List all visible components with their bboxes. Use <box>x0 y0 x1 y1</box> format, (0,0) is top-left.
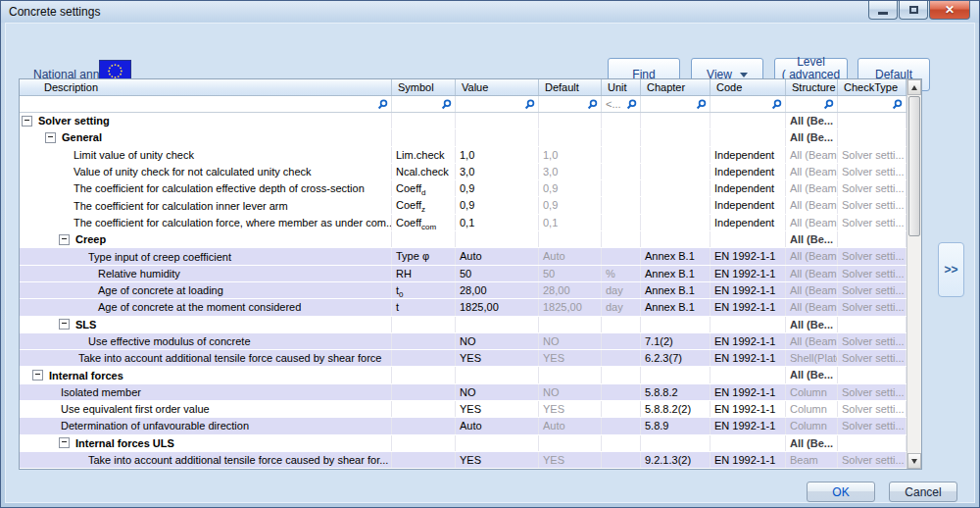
column-header-value[interactable]: Value <box>456 79 539 95</box>
value-cell[interactable] <box>456 231 539 247</box>
setting-row[interactable]: Age of concrete at loadingt028,0028,00da… <box>20 282 906 299</box>
value-cell[interactable] <box>456 113 539 128</box>
setting-row[interactable]: Relative humidityRH5050%Annex B.1EN 1992… <box>20 266 906 282</box>
value-cell[interactable]: 0,1 <box>456 215 539 230</box>
description-cell[interactable]: Creep <box>20 231 392 247</box>
value-cell[interactable]: 0,9 <box>456 197 539 213</box>
description-cell[interactable]: Value of unity check for not calculated … <box>20 164 392 179</box>
filter-checktype[interactable] <box>838 96 906 112</box>
scrollbar-down-button[interactable] <box>907 453 921 469</box>
expand-panel-button[interactable]: >> <box>938 242 964 297</box>
value-cell[interactable] <box>456 129 539 145</box>
group-row[interactable]: Solver settingAll (Be... <box>20 113 906 129</box>
setting-row[interactable]: Age of concrete at the moment considered… <box>20 299 906 316</box>
value-cell[interactable]: 1,0 <box>456 147 539 163</box>
filter-description[interactable] <box>20 96 392 112</box>
description-cell[interactable]: Age of concrete at loading <box>20 282 392 298</box>
default-cell: 1825,00 <box>539 299 602 315</box>
filter-unit[interactable]: <... <box>602 96 641 112</box>
description-cell[interactable]: Age of concrete at the moment considered <box>20 299 392 315</box>
value-cell[interactable]: NO <box>456 333 539 349</box>
filter-structure[interactable] <box>786 96 838 112</box>
value-cell[interactable]: YES <box>456 401 539 417</box>
scrollbar-up-button[interactable] <box>907 79 921 95</box>
description-cell[interactable]: Use equivalent first order value <box>20 401 392 417</box>
description-cell[interactable]: Take into account additional tensile for… <box>20 452 392 468</box>
structure-cell: Column <box>786 418 838 433</box>
value-cell[interactable]: YES <box>456 452 539 468</box>
collapse-icon[interactable] <box>59 319 70 330</box>
column-header-description[interactable]: Description <box>20 79 392 95</box>
setting-row[interactable]: Isolated memberNONO5.8.8.2EN 1992-1-1Col… <box>20 384 906 401</box>
close-button[interactable]: ✕ <box>929 1 970 20</box>
description-cell[interactable]: Isolated member <box>20 384 392 400</box>
description-cell[interactable]: SLS <box>20 317 392 332</box>
group-row[interactable]: GeneralAll (Be... <box>20 129 906 146</box>
value-cell[interactable]: NO <box>456 384 539 400</box>
minimize-button[interactable] <box>868 1 898 20</box>
column-header-symbol[interactable]: Symbol <box>392 79 456 95</box>
collapse-icon[interactable] <box>32 370 43 381</box>
setting-row[interactable]: Type input of creep coefficientType φAut… <box>20 248 906 265</box>
value-cell[interactable]: Auto <box>456 418 539 433</box>
cancel-button[interactable]: Cancel <box>889 482 957 502</box>
description-cell[interactable]: Internal forces <box>20 367 392 382</box>
vertical-scrollbar[interactable] <box>906 79 921 469</box>
value-cell[interactable]: YES <box>456 350 539 366</box>
setting-row[interactable]: Take into account additional tensile for… <box>20 350 906 367</box>
description-cell[interactable]: Limit value of unity check <box>20 147 392 163</box>
setting-row[interactable]: Use effective modulus of concreteNONO7.1… <box>20 333 906 350</box>
column-header-default[interactable]: Default <box>539 79 602 95</box>
value-cell[interactable] <box>456 367 539 382</box>
group-row[interactable]: Internal forcesAll (Be... <box>20 367 906 383</box>
setting-row[interactable]: Use equivalent first order valueYESYES5.… <box>20 401 906 418</box>
value-cell[interactable] <box>456 317 539 332</box>
column-header-checktype[interactable]: CheckType <box>838 79 906 95</box>
title-bar[interactable]: Concrete settings ✕ <box>1 1 979 23</box>
description-cell[interactable]: Type input of creep coefficient <box>20 248 392 264</box>
collapse-icon[interactable] <box>59 234 70 245</box>
description-cell[interactable]: Take into account additional tensile for… <box>20 350 392 366</box>
setting-row[interactable]: Take into account additional tensile for… <box>20 452 906 469</box>
collapse-icon[interactable] <box>59 437 70 448</box>
group-row[interactable]: SLSAll (Be... <box>20 317 906 333</box>
column-header-structure[interactable]: Structure <box>786 79 838 95</box>
setting-row[interactable]: Determination of unfavourable directionA… <box>20 418 906 434</box>
setting-row[interactable]: The coefficient for calculation inner le… <box>20 197 906 214</box>
description-cell[interactable]: Solver setting <box>20 113 392 128</box>
value-cell[interactable]: 3,0 <box>456 164 539 179</box>
column-header-unit[interactable]: Unit <box>602 79 641 95</box>
ok-button[interactable]: OK <box>807 482 875 502</box>
value-cell[interactable] <box>456 435 539 451</box>
value-cell[interactable]: 28,00 <box>456 282 539 298</box>
value-cell[interactable]: 1825,00 <box>456 299 539 315</box>
maximize-button[interactable] <box>899 1 928 20</box>
description-cell[interactable]: General <box>20 129 392 145</box>
value-cell[interactable]: Auto <box>456 248 539 264</box>
setting-row[interactable]: The coefficient for calculation effectiv… <box>20 180 906 197</box>
group-row[interactable]: Internal forces ULSAll (Be... <box>20 435 906 452</box>
setting-row[interactable]: The coefficient for calculation force, w… <box>20 215 906 231</box>
column-header-chapter[interactable]: Chapter <box>641 79 710 95</box>
description-cell[interactable]: Relative humidity <box>20 266 392 281</box>
description-cell[interactable]: The coefficient for calculation effectiv… <box>20 180 392 196</box>
filter-code[interactable] <box>710 96 786 112</box>
scrollbar-thumb[interactable] <box>908 96 920 236</box>
filter-symbol[interactable] <box>392 96 456 112</box>
collapse-icon[interactable] <box>22 116 32 127</box>
description-cell[interactable]: The coefficient for calculation force, w… <box>20 215 392 230</box>
column-header-code[interactable]: Code <box>710 79 786 95</box>
filter-value[interactable] <box>456 96 539 112</box>
value-cell[interactable]: 50 <box>456 266 539 281</box>
description-cell[interactable]: Internal forces ULS <box>20 435 392 451</box>
filter-chapter[interactable] <box>641 96 710 112</box>
filter-default[interactable] <box>539 96 602 112</box>
description-cell[interactable]: Determination of unfavourable direction <box>20 418 392 433</box>
collapse-icon[interactable] <box>45 132 56 143</box>
description-cell[interactable]: The coefficient for calculation inner le… <box>20 197 392 213</box>
description-cell[interactable]: Use effective modulus of concrete <box>20 333 392 349</box>
setting-row[interactable]: Value of unity check for not calculated … <box>20 164 906 180</box>
value-cell[interactable]: 0,9 <box>456 180 539 196</box>
setting-row[interactable]: Limit value of unity checkLim.check1,01,… <box>20 147 906 164</box>
group-row[interactable]: CreepAll (Be... <box>20 231 906 248</box>
